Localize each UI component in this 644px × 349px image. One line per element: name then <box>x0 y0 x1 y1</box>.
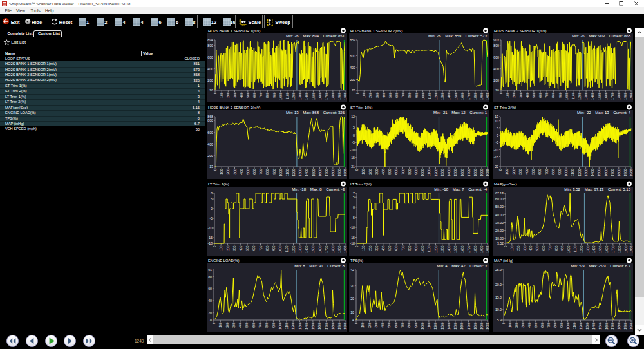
svg-text:600: 600 <box>252 169 256 174</box>
svg-text:700: 700 <box>258 245 262 251</box>
svg-text:30: 30 <box>350 283 354 287</box>
svg-text:700: 700 <box>259 92 263 98</box>
svg-text:300: 300 <box>375 92 379 98</box>
svg-text:-5: -5 <box>352 215 355 219</box>
svg-text:400: 400 <box>238 322 242 328</box>
svg-text:700: 700 <box>401 322 404 328</box>
svg-text:1000: 1000 <box>566 322 570 329</box>
svg-text:1800: 1800 <box>473 92 477 99</box>
svg-text:900: 900 <box>414 322 418 328</box>
svg-text:300: 300 <box>375 245 379 251</box>
svg-text:800: 800 <box>553 322 557 328</box>
svg-text:1800: 1800 <box>331 92 335 99</box>
svg-text:1800: 1800 <box>618 245 621 252</box>
svg-text:600: 600 <box>252 245 256 251</box>
svg-text:500: 500 <box>245 245 249 251</box>
svg-text:Min: 3.52 Max: 67.13 Cur: Min: 3.52 Max: 67.13 Current: 5.15 <box>564 187 630 191</box>
svg-text:400: 400 <box>527 322 531 328</box>
svg-text:1600: 1600 <box>317 92 321 99</box>
svg-text:1600: 1600 <box>460 322 464 329</box>
svg-text:400: 400 <box>350 66 355 70</box>
svg-text:200: 200 <box>368 322 372 328</box>
svg-text:60: 60 <box>208 287 212 290</box>
svg-text:5: 5 <box>353 125 355 129</box>
svg-text:13: 13 <box>209 165 213 169</box>
svg-text:200: 200 <box>369 92 373 98</box>
svg-text:1200: 1200 <box>291 322 295 329</box>
svg-text:1200: 1200 <box>580 245 583 252</box>
svg-text:ST Trim-1(%): ST Trim-1(%) <box>350 106 372 109</box>
svg-text:500: 500 <box>245 322 249 328</box>
svg-text:1988: 1988 <box>343 322 347 329</box>
svg-text:26: 26 <box>209 88 213 92</box>
svg-text:1400: 1400 <box>448 92 451 99</box>
svg-text:300: 300 <box>232 245 236 251</box>
svg-text:20.0: 20.0 <box>495 283 502 287</box>
svg-text:700: 700 <box>401 245 405 251</box>
svg-text:600: 600 <box>493 55 499 59</box>
svg-text:1900: 1900 <box>480 169 484 176</box>
svg-text:13: 13 <box>495 115 498 118</box>
svg-text:400: 400 <box>381 322 384 328</box>
svg-text:100: 100 <box>220 169 223 174</box>
svg-text:1900: 1900 <box>623 322 627 329</box>
svg-text:200: 200 <box>207 78 213 82</box>
svg-text:1100: 1100 <box>285 169 289 176</box>
svg-text:200: 200 <box>207 154 213 158</box>
svg-text:800: 800 <box>265 322 269 328</box>
svg-text:1300: 1300 <box>440 92 444 99</box>
svg-text:10: 10 <box>495 118 498 122</box>
svg-text:400: 400 <box>493 66 499 70</box>
svg-text:100: 100 <box>361 245 365 251</box>
svg-text:300: 300 <box>523 245 527 251</box>
svg-text:1300: 1300 <box>298 169 302 176</box>
svg-text:600: 600 <box>538 169 542 174</box>
svg-text:1500: 1500 <box>598 322 602 329</box>
svg-text:5: 5 <box>353 195 355 199</box>
svg-text:400: 400 <box>207 66 213 70</box>
svg-text:1400: 1400 <box>305 245 308 252</box>
svg-text:0: 0 <box>211 207 213 211</box>
svg-text:1200: 1200 <box>578 169 582 176</box>
svg-text:600: 600 <box>395 245 399 251</box>
svg-text:1600: 1600 <box>317 169 321 176</box>
svg-text:1600: 1600 <box>460 92 464 99</box>
svg-text:400: 400 <box>239 245 243 251</box>
svg-text:1800: 1800 <box>618 322 621 329</box>
svg-text:1988: 1988 <box>629 322 633 329</box>
svg-text:1100: 1100 <box>428 92 431 99</box>
svg-text:-5: -5 <box>209 216 213 220</box>
svg-text:1400: 1400 <box>447 169 451 176</box>
svg-text:868: 868 <box>207 115 213 118</box>
svg-text:800: 800 <box>207 43 213 47</box>
svg-text:60.00: 60.00 <box>495 196 504 200</box>
svg-text:1100: 1100 <box>428 169 431 176</box>
svg-text:67.13: 67.13 <box>495 191 504 195</box>
svg-text:1300: 1300 <box>584 92 588 99</box>
svg-text:0: 0 <box>212 322 216 324</box>
svg-text:903: 903 <box>493 38 499 42</box>
svg-text:1988: 1988 <box>486 322 489 329</box>
svg-text:1300: 1300 <box>586 245 590 252</box>
svg-text:300: 300 <box>232 169 236 174</box>
svg-text:1900: 1900 <box>623 169 627 176</box>
svg-text:1700: 1700 <box>611 245 615 252</box>
svg-text:-21: -21 <box>350 165 355 169</box>
svg-text:1600: 1600 <box>460 169 464 176</box>
svg-text:0: 0 <box>213 245 216 247</box>
svg-text:1100: 1100 <box>427 322 431 329</box>
svg-text:30.00: 30.00 <box>495 220 504 224</box>
svg-text:900: 900 <box>272 92 276 98</box>
svg-text:1988: 1988 <box>486 92 489 99</box>
svg-text:1700: 1700 <box>324 92 328 99</box>
svg-text:-15: -15 <box>494 155 499 158</box>
svg-text:400: 400 <box>239 92 243 98</box>
svg-text:1000: 1000 <box>421 92 425 99</box>
svg-text:1900: 1900 <box>337 322 341 329</box>
svg-text:0: 0 <box>497 133 498 137</box>
svg-text:20: 20 <box>208 310 212 314</box>
svg-text:100: 100 <box>510 245 514 251</box>
svg-text:LT Trim 2(%): LT Trim 2(%) <box>350 182 372 186</box>
svg-text:1500: 1500 <box>311 92 315 99</box>
svg-text:1700: 1700 <box>611 169 614 176</box>
